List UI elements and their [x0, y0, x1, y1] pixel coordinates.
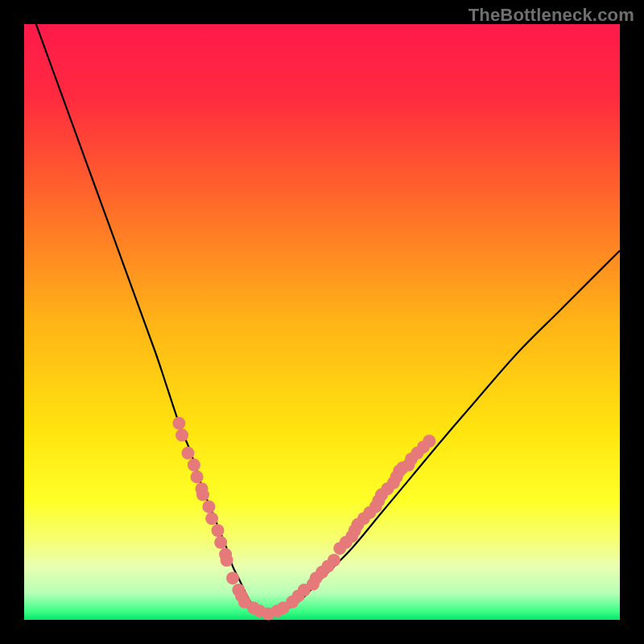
curve-dot	[212, 524, 225, 537]
curve-dot	[221, 554, 233, 567]
bottleneck-chart	[0, 0, 644, 644]
curve-dot	[214, 536, 227, 549]
curve-dot	[205, 512, 218, 525]
watermark-text: TheBottleneck.com	[469, 5, 634, 26]
chart-frame: TheBottleneck.com	[0, 0, 644, 644]
curve-dot	[226, 572, 239, 584]
curve-dot	[182, 447, 195, 460]
curve-dot	[196, 489, 209, 502]
curve-dot	[188, 459, 200, 472]
curve-dot	[202, 500, 215, 513]
plot-area	[24, 24, 620, 620]
curve-dot	[175, 429, 188, 442]
curve-dot	[172, 417, 185, 430]
curve-dot	[423, 435, 436, 448]
curve-dot	[191, 470, 204, 483]
curve-dot	[328, 554, 341, 567]
